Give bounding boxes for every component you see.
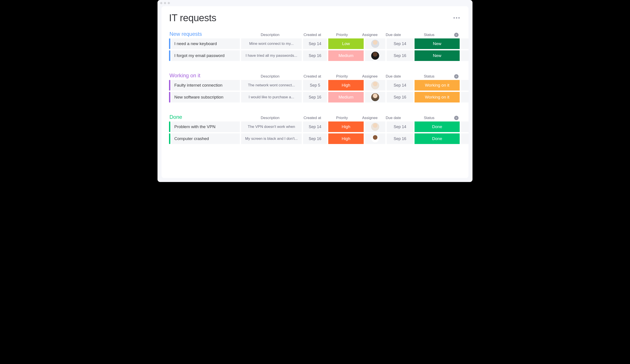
status-cell[interactable]: Done xyxy=(414,122,460,132)
table-row[interactable]: Faulty internet connectionThe network wo… xyxy=(169,80,461,91)
avatar xyxy=(371,123,379,131)
add-column-button[interactable] xyxy=(454,74,458,79)
board-title: IT requests xyxy=(169,12,216,23)
column-header-due[interactable]: Due date xyxy=(380,74,406,79)
priority-cell[interactable]: Low xyxy=(328,38,364,49)
assignee-cell[interactable] xyxy=(365,122,385,132)
title-bar xyxy=(158,0,472,6)
group-header-row: Working on itDescriptionCreated atPriori… xyxy=(169,71,461,79)
column-header-desc[interactable]: Description xyxy=(240,33,300,37)
assignee-cell[interactable] xyxy=(365,38,385,49)
column-header-priority[interactable]: Priority xyxy=(324,116,360,120)
column-header-status[interactable]: Status xyxy=(406,74,452,79)
plus-icon xyxy=(455,75,458,78)
plus-icon xyxy=(455,117,458,119)
created-at-cell[interactable]: Sep 5 xyxy=(303,80,327,91)
due-date-cell[interactable]: Sep 14 xyxy=(387,38,413,49)
column-header-desc[interactable]: Description xyxy=(240,116,300,120)
due-date-cell[interactable]: Sep 16 xyxy=(387,92,413,103)
column-header-priority[interactable]: Priority xyxy=(324,33,360,37)
add-column-wrap xyxy=(452,74,461,79)
add-column-button[interactable] xyxy=(454,116,458,120)
description-cell[interactable]: I would like to purchase a... xyxy=(241,92,302,103)
column-header-status[interactable]: Status xyxy=(406,116,452,120)
created-at-cell[interactable]: Sep 16 xyxy=(303,50,327,61)
avatar xyxy=(371,135,379,143)
description-cell[interactable]: Mine wont connect to my... xyxy=(241,38,302,49)
board-card: IT requests New requestsDescriptionCreat… xyxy=(162,6,468,178)
group-title[interactable]: Done xyxy=(169,114,240,120)
group-title[interactable]: Working on it xyxy=(169,72,240,79)
plus-icon xyxy=(455,33,458,36)
due-date-cell[interactable]: Sep 14 xyxy=(387,80,413,91)
group-color-bar xyxy=(169,50,170,61)
column-header-due[interactable]: Due date xyxy=(380,116,406,120)
due-date-cell[interactable]: Sep 14 xyxy=(387,122,413,132)
column-header-assignee[interactable]: Assignee xyxy=(360,116,380,120)
board-header: IT requests xyxy=(169,12,461,23)
item-name-cell[interactable]: New software subscription xyxy=(171,92,240,103)
board-more-menu[interactable] xyxy=(452,16,461,20)
table-row[interactable]: Computer crashedMy screen is black and I… xyxy=(169,133,461,144)
row-trailing-cell xyxy=(461,92,468,103)
assignee-cell[interactable] xyxy=(365,92,385,103)
column-header-priority[interactable]: Priority xyxy=(324,74,360,79)
priority-cell[interactable]: High xyxy=(328,80,364,91)
column-header-assignee[interactable]: Assignee xyxy=(360,74,380,79)
priority-cell[interactable]: High xyxy=(328,122,364,132)
group-rows: Problem with the VPNThe VPN doesn't work… xyxy=(169,122,461,144)
description-cell[interactable]: The VPN doesn't work when xyxy=(241,122,302,132)
column-header-created[interactable]: Created at xyxy=(300,74,324,79)
group-color-bar xyxy=(169,80,170,91)
item-name-cell[interactable]: Problem with the VPN xyxy=(171,122,240,132)
assignee-cell[interactable] xyxy=(365,80,385,91)
group-color-bar xyxy=(169,92,170,103)
item-name-cell[interactable]: Faulty internet connection xyxy=(171,80,240,91)
status-cell[interactable]: Done xyxy=(414,133,460,144)
item-name-cell[interactable]: I need a new keyboard xyxy=(171,38,240,49)
group: New requestsDescriptionCreated atPriorit… xyxy=(169,30,461,61)
window-control-minimize[interactable] xyxy=(164,2,166,4)
priority-cell[interactable]: Medium xyxy=(328,50,364,61)
table-row[interactable]: I need a new keyboardMine wont connect t… xyxy=(169,38,461,49)
due-date-cell[interactable]: Sep 16 xyxy=(387,133,413,144)
created-at-cell[interactable]: Sep 14 xyxy=(303,38,327,49)
add-column-wrap xyxy=(452,33,461,37)
created-at-cell[interactable]: Sep 14 xyxy=(303,122,327,132)
window-control-maximize[interactable] xyxy=(168,2,170,4)
created-at-cell[interactable]: Sep 16 xyxy=(303,92,327,103)
assignee-cell[interactable] xyxy=(365,50,385,61)
status-cell[interactable]: Working on it xyxy=(414,92,460,103)
table-row[interactable]: New software subscriptionI would like to… xyxy=(169,92,461,103)
column-header-desc[interactable]: Description xyxy=(240,74,300,79)
column-header-due[interactable]: Due date xyxy=(380,33,406,37)
group-title[interactable]: New requests xyxy=(169,31,240,37)
item-name-cell[interactable]: Computer crashed xyxy=(171,133,240,144)
column-header-assignee[interactable]: Assignee xyxy=(360,33,380,37)
add-column-button[interactable] xyxy=(454,33,458,37)
assignee-cell[interactable] xyxy=(365,133,385,144)
priority-cell[interactable]: Medium xyxy=(328,92,364,103)
row-trailing-cell xyxy=(461,122,468,132)
item-name-cell[interactable]: I forgot my email password xyxy=(171,50,240,61)
status-cell[interactable]: New xyxy=(414,50,460,61)
priority-cell[interactable]: High xyxy=(328,133,364,144)
status-cell[interactable]: Working on it xyxy=(414,80,460,91)
status-cell[interactable]: New xyxy=(414,38,460,49)
groups-container: New requestsDescriptionCreated atPriorit… xyxy=(169,30,461,144)
window-control-close[interactable] xyxy=(160,2,162,4)
description-cell[interactable]: My screen is black and I don't... xyxy=(241,133,302,144)
column-header-created[interactable]: Created at xyxy=(300,33,324,37)
column-header-created[interactable]: Created at xyxy=(300,116,324,120)
description-cell[interactable]: The network wont connect... xyxy=(241,80,302,91)
row-trailing-cell xyxy=(461,50,468,61)
table-row[interactable]: I forgot my email passwordI have tried a… xyxy=(169,50,461,61)
group-rows: I need a new keyboardMine wont connect t… xyxy=(169,38,461,61)
description-cell[interactable]: I have tried all my passwords... xyxy=(241,50,302,61)
created-at-cell[interactable]: Sep 16 xyxy=(303,133,327,144)
group-color-bar xyxy=(169,38,170,49)
due-date-cell[interactable]: Sep 16 xyxy=(387,50,413,61)
group-rows: Faulty internet connectionThe network wo… xyxy=(169,80,461,103)
table-row[interactable]: Problem with the VPNThe VPN doesn't work… xyxy=(169,122,461,132)
column-header-status[interactable]: Status xyxy=(406,33,452,37)
